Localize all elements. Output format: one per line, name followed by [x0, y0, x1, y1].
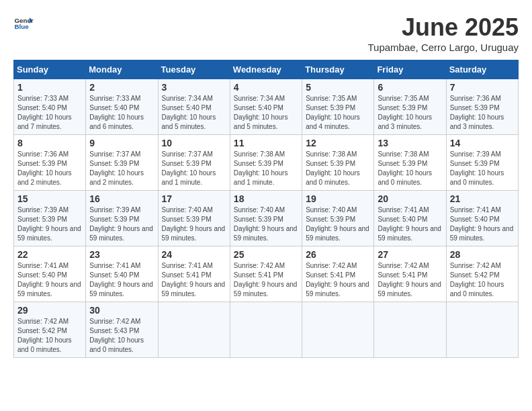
day-number: 3 — [162, 82, 226, 93]
calendar-cell — [158, 302, 230, 358]
calendar-cell: 22 Sunrise: 7:41 AMSunset: 5:40 PMDaylig… — [14, 246, 86, 302]
calendar-cell: 4 Sunrise: 7:34 AMSunset: 5:40 PMDayligh… — [230, 79, 302, 135]
header-cell-saturday: Saturday — [446, 60, 518, 79]
calendar-cell: 1 Sunrise: 7:33 AMSunset: 5:40 PMDayligh… — [14, 79, 86, 135]
day-number: 9 — [89, 138, 154, 148]
day-info: Sunrise: 7:39 AMSunset: 5:39 PMDaylight:… — [17, 205, 82, 243]
header-cell-wednesday: Wednesday — [230, 60, 302, 79]
day-number: 25 — [234, 249, 298, 260]
day-info: Sunrise: 7:38 AMSunset: 5:39 PMDaylight:… — [234, 150, 298, 187]
calendar-cell: 12 Sunrise: 7:38 AMSunset: 5:39 PMDaylig… — [302, 135, 374, 191]
day-info: Sunrise: 7:40 AMSunset: 5:39 PMDaylight:… — [306, 205, 370, 243]
header-row: SundayMondayTuesdayWednesdayThursdayFrid… — [14, 60, 519, 79]
calendar-cell: 25 Sunrise: 7:42 AMSunset: 5:41 PMDaylig… — [230, 246, 302, 302]
calendar-cell — [230, 302, 302, 358]
calendar-cell: 14 Sunrise: 7:39 AMSunset: 5:39 PMDaylig… — [446, 135, 518, 191]
day-number: 8 — [17, 138, 82, 148]
day-number: 17 — [162, 193, 226, 204]
calendar-cell: 6 Sunrise: 7:35 AMSunset: 5:39 PMDayligh… — [374, 79, 446, 135]
calendar-cell: 10 Sunrise: 7:37 AMSunset: 5:39 PMDaylig… — [158, 135, 230, 191]
calendar-cell: 29 Sunrise: 7:42 AMSunset: 5:42 PMDaylig… — [14, 302, 86, 358]
day-number: 10 — [162, 138, 226, 148]
day-info: Sunrise: 7:36 AMSunset: 5:39 PMDaylight:… — [17, 150, 82, 187]
header-cell-friday: Friday — [374, 60, 446, 79]
day-number: 4 — [234, 82, 298, 93]
header-cell-tuesday: Tuesday — [158, 60, 230, 79]
day-info: Sunrise: 7:38 AMSunset: 5:39 PMDaylight:… — [378, 150, 442, 187]
calendar-cell: 16 Sunrise: 7:39 AMSunset: 5:39 PMDaylig… — [86, 191, 158, 246]
day-number: 21 — [450, 193, 515, 204]
calendar-cell: 17 Sunrise: 7:40 AMSunset: 5:39 PMDaylig… — [158, 191, 230, 246]
calendar-cell: 30 Sunrise: 7:42 AMSunset: 5:43 PMDaylig… — [86, 302, 158, 358]
day-number: 16 — [89, 193, 154, 204]
day-info: Sunrise: 7:41 AMSunset: 5:40 PMDaylight:… — [17, 261, 82, 299]
day-info: Sunrise: 7:34 AMSunset: 5:40 PMDaylight:… — [162, 94, 226, 132]
calendar-cell: 21 Sunrise: 7:41 AMSunset: 5:40 PMDaylig… — [446, 191, 518, 246]
day-number: 15 — [17, 193, 82, 204]
day-info: Sunrise: 7:33 AMSunset: 5:40 PMDaylight:… — [89, 94, 154, 132]
calendar-row-2: 15 Sunrise: 7:39 AMSunset: 5:39 PMDaylig… — [14, 191, 519, 246]
day-number: 27 — [378, 249, 442, 260]
day-number: 26 — [306, 249, 370, 260]
day-info: Sunrise: 7:42 AMSunset: 5:43 PMDaylight:… — [89, 317, 154, 355]
calendar-cell: 9 Sunrise: 7:37 AMSunset: 5:39 PMDayligh… — [86, 135, 158, 191]
calendar-cell: 26 Sunrise: 7:42 AMSunset: 5:41 PMDaylig… — [302, 246, 374, 302]
day-info: Sunrise: 7:41 AMSunset: 5:40 PMDaylight:… — [450, 205, 515, 243]
day-info: Sunrise: 7:39 AMSunset: 5:39 PMDaylight:… — [89, 205, 154, 243]
day-number: 7 — [450, 82, 515, 93]
header-cell-monday: Monday — [86, 60, 158, 79]
calendar-cell: 20 Sunrise: 7:41 AMSunset: 5:40 PMDaylig… — [374, 191, 446, 246]
day-info: Sunrise: 7:36 AMSunset: 5:39 PMDaylight:… — [450, 94, 515, 132]
day-info: Sunrise: 7:42 AMSunset: 5:41 PMDaylight:… — [306, 261, 370, 299]
calendar-cell: 7 Sunrise: 7:36 AMSunset: 5:39 PMDayligh… — [446, 79, 518, 135]
day-info: Sunrise: 7:41 AMSunset: 5:40 PMDaylight:… — [89, 261, 154, 299]
calendar-subtitle: Tupambae, Cerro Largo, Uruguay — [367, 42, 519, 53]
calendar-cell: 8 Sunrise: 7:36 AMSunset: 5:39 PMDayligh… — [14, 135, 86, 191]
day-info: Sunrise: 7:37 AMSunset: 5:39 PMDaylight:… — [162, 150, 226, 187]
day-number: 6 — [378, 82, 442, 93]
day-info: Sunrise: 7:41 AMSunset: 5:41 PMDaylight:… — [162, 261, 226, 299]
day-info: Sunrise: 7:42 AMSunset: 5:42 PMDaylight:… — [450, 261, 515, 299]
calendar-cell: 15 Sunrise: 7:39 AMSunset: 5:39 PMDaylig… — [14, 191, 86, 246]
calendar-cell: 24 Sunrise: 7:41 AMSunset: 5:41 PMDaylig… — [158, 246, 230, 302]
calendar-cell: 28 Sunrise: 7:42 AMSunset: 5:42 PMDaylig… — [446, 246, 518, 302]
calendar-cell — [374, 302, 446, 358]
day-info: Sunrise: 7:42 AMSunset: 5:41 PMDaylight:… — [378, 261, 442, 299]
day-number: 23 — [89, 249, 154, 260]
day-number: 28 — [450, 249, 515, 260]
day-number: 14 — [450, 138, 515, 148]
calendar-cell: 18 Sunrise: 7:40 AMSunset: 5:39 PMDaylig… — [230, 191, 302, 246]
day-info: Sunrise: 7:42 AMSunset: 5:42 PMDaylight:… — [17, 317, 82, 355]
day-info: Sunrise: 7:41 AMSunset: 5:40 PMDaylight:… — [378, 205, 442, 243]
calendar-row-0: 1 Sunrise: 7:33 AMSunset: 5:40 PMDayligh… — [14, 79, 519, 135]
calendar-row-1: 8 Sunrise: 7:36 AMSunset: 5:39 PMDayligh… — [14, 135, 519, 191]
day-number: 2 — [89, 82, 154, 93]
calendar-cell: 5 Sunrise: 7:35 AMSunset: 5:39 PMDayligh… — [302, 79, 374, 135]
header-cell-sunday: Sunday — [14, 60, 86, 79]
day-info: Sunrise: 7:39 AMSunset: 5:39 PMDaylight:… — [450, 150, 515, 187]
calendar-cell: 19 Sunrise: 7:40 AMSunset: 5:39 PMDaylig… — [302, 191, 374, 246]
header: General Blue June 2025 Tupambae, Cerro L… — [13, 13, 519, 53]
day-info: Sunrise: 7:33 AMSunset: 5:40 PMDaylight:… — [17, 94, 82, 132]
calendar-cell — [446, 302, 518, 358]
calendar-cell — [302, 302, 374, 358]
day-number: 18 — [234, 193, 298, 204]
day-info: Sunrise: 7:35 AMSunset: 5:39 PMDaylight:… — [306, 94, 370, 132]
calendar-cell: 27 Sunrise: 7:42 AMSunset: 5:41 PMDaylig… — [374, 246, 446, 302]
day-number: 30 — [89, 305, 154, 316]
svg-text:Blue: Blue — [15, 23, 30, 30]
day-number: 22 — [17, 249, 82, 260]
logo: General Blue — [13, 13, 34, 34]
calendar-row-3: 22 Sunrise: 7:41 AMSunset: 5:40 PMDaylig… — [14, 246, 519, 302]
day-number: 13 — [378, 138, 442, 148]
day-number: 29 — [17, 305, 82, 316]
day-number: 5 — [306, 82, 370, 93]
day-number: 19 — [306, 193, 370, 204]
day-number: 20 — [378, 193, 442, 204]
title-area: June 2025 Tupambae, Cerro Largo, Uruguay — [367, 13, 519, 53]
logo-icon: General Blue — [13, 13, 34, 34]
day-info: Sunrise: 7:40 AMSunset: 5:39 PMDaylight:… — [234, 205, 298, 243]
day-info: Sunrise: 7:38 AMSunset: 5:39 PMDaylight:… — [306, 150, 370, 187]
day-info: Sunrise: 7:37 AMSunset: 5:39 PMDaylight:… — [89, 150, 154, 187]
calendar-row-4: 29 Sunrise: 7:42 AMSunset: 5:42 PMDaylig… — [14, 302, 519, 358]
